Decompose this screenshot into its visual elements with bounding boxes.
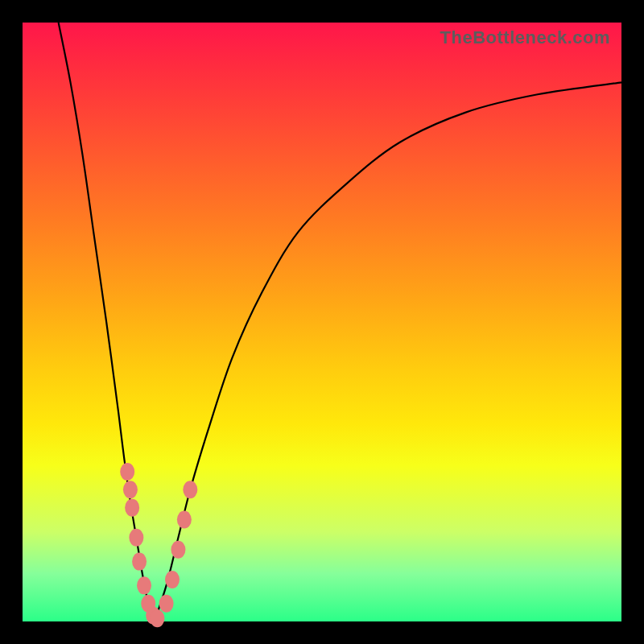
data-marker <box>129 529 143 547</box>
data-marker <box>120 463 134 481</box>
data-marker <box>132 553 147 571</box>
chart-frame: TheBottleneck.com <box>0 0 644 644</box>
data-marker <box>177 511 192 529</box>
data-marker <box>171 541 185 559</box>
chart-svg <box>23 23 621 621</box>
marker-group <box>120 463 197 627</box>
data-marker <box>183 481 197 498</box>
data-marker <box>159 595 174 613</box>
data-marker <box>165 571 180 588</box>
data-marker <box>125 499 139 517</box>
plot-area: TheBottleneck.com <box>23 23 621 621</box>
data-marker <box>123 481 138 498</box>
curve-right-branch <box>155 82 621 621</box>
data-marker <box>150 609 164 627</box>
data-marker <box>137 576 151 594</box>
